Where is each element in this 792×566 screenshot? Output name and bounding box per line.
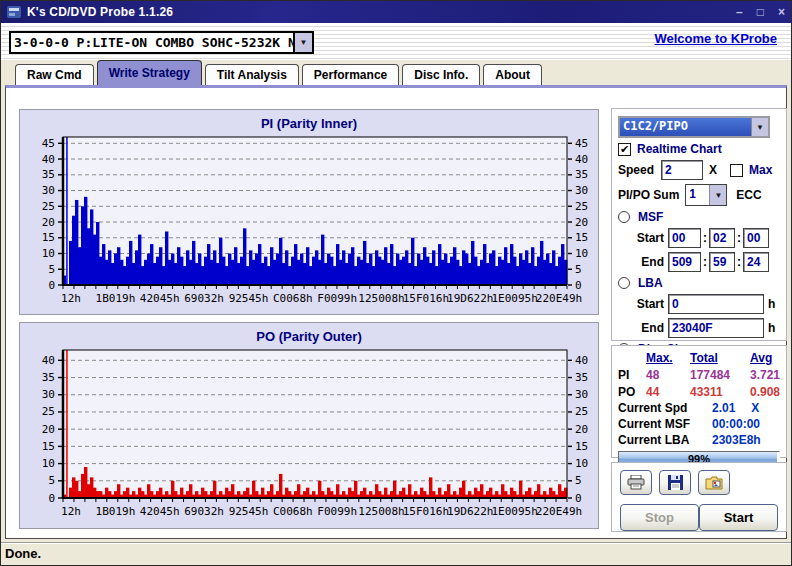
svg-text:0: 0 bbox=[575, 492, 582, 505]
svg-text:30: 30 bbox=[42, 388, 55, 401]
svg-text:30: 30 bbox=[575, 388, 588, 401]
msf-start-label: Start bbox=[632, 231, 664, 245]
pi-avg-value: 3.721 bbox=[750, 368, 780, 382]
speed-input[interactable] bbox=[661, 160, 703, 180]
svg-text:20: 20 bbox=[42, 423, 55, 436]
chevron-down-icon[interactable]: ▼ bbox=[751, 118, 768, 136]
lba-label: LBA bbox=[638, 276, 663, 290]
pi-total-value: 177484 bbox=[690, 368, 750, 382]
app-icon bbox=[7, 5, 21, 19]
svg-text:20: 20 bbox=[575, 216, 588, 229]
chevron-down-icon[interactable]: ▼ bbox=[293, 33, 312, 52]
svg-text:1E0095h: 1E0095h bbox=[491, 292, 537, 305]
lba-end-label: End bbox=[632, 321, 664, 335]
lba-radio[interactable] bbox=[618, 277, 630, 289]
pi-chart-title: PI (Parity Inner) bbox=[20, 110, 598, 134]
stop-button[interactable]: Stop bbox=[620, 504, 699, 531]
svg-text:35: 35 bbox=[42, 168, 55, 181]
colon-separator: : bbox=[703, 255, 707, 269]
maximize-button[interactable]: □ bbox=[757, 6, 764, 18]
svg-text:30: 30 bbox=[42, 184, 55, 197]
po-max-value: 44 bbox=[646, 385, 690, 399]
svg-text:15: 15 bbox=[575, 231, 588, 244]
svg-text:92545h: 92545h bbox=[229, 292, 269, 305]
svg-text:69032h: 69032h bbox=[184, 505, 224, 518]
po-chart-plot: 0055101015152020252530303535404012h1B019… bbox=[21, 347, 597, 523]
close-button[interactable]: × bbox=[778, 6, 785, 18]
mode-combobox[interactable]: C1C2/PIPO ▼ bbox=[618, 116, 770, 138]
svg-text:0: 0 bbox=[48, 279, 55, 292]
tab-performance[interactable]: Performance bbox=[302, 64, 399, 85]
pi-max-value: 48 bbox=[646, 368, 690, 382]
actions-groupbox: Stop Start bbox=[611, 462, 787, 532]
svg-text:125008h: 125008h bbox=[358, 505, 404, 518]
svg-text:5: 5 bbox=[48, 263, 55, 276]
svg-text:5: 5 bbox=[575, 263, 582, 276]
svg-text:25: 25 bbox=[575, 405, 588, 418]
msf-end-min-input[interactable] bbox=[668, 252, 701, 272]
svg-text:F0099h: F0099h bbox=[317, 292, 357, 305]
svg-text:42045h: 42045h bbox=[140, 505, 180, 518]
ecc-label: ECC bbox=[736, 188, 761, 202]
tab-tilt-analysis[interactable]: Tilt Analysis bbox=[205, 64, 299, 85]
chevron-down-icon[interactable]: ▼ bbox=[709, 185, 726, 205]
svg-text:40: 40 bbox=[42, 354, 55, 367]
controls-groupbox: C1C2/PIPO ▼ ✔ Realtime Chart Speed X ✔ M… bbox=[611, 108, 787, 341]
msf-end-frame-input[interactable] bbox=[743, 252, 769, 272]
stats-header-max: Max. bbox=[646, 351, 690, 365]
tab-disc-info[interactable]: Disc Info. bbox=[402, 64, 480, 85]
msf-radio[interactable] bbox=[618, 211, 630, 223]
realtime-chart-checkbox[interactable]: ✔ bbox=[618, 143, 631, 156]
svg-text:25: 25 bbox=[575, 200, 588, 213]
svg-text:25: 25 bbox=[42, 200, 55, 213]
svg-text:10: 10 bbox=[575, 247, 588, 260]
svg-text:10: 10 bbox=[42, 457, 55, 470]
msf-label: MSF bbox=[638, 210, 663, 224]
pipo-sum-value: 1 bbox=[686, 185, 709, 205]
max-speed-checkbox[interactable]: ✔ bbox=[730, 164, 743, 177]
pi-chart-panel: PI (Parity Inner) 0055101015152020252530… bbox=[19, 109, 599, 315]
svg-text:12h: 12h bbox=[61, 505, 81, 518]
drive-combobox[interactable]: 3-0-0-0 P:LITE-ON COMBO SOHC-5232K NK07 … bbox=[9, 31, 314, 54]
po-avg-value: 0.908 bbox=[750, 385, 780, 399]
lba-start-unit: h bbox=[768, 297, 775, 311]
print-button[interactable] bbox=[620, 470, 652, 495]
svg-text:40: 40 bbox=[42, 153, 55, 166]
svg-text:15F016h: 15F016h bbox=[403, 505, 449, 518]
svg-text:15: 15 bbox=[42, 440, 55, 453]
svg-text:40: 40 bbox=[575, 153, 588, 166]
start-button[interactable]: Start bbox=[699, 504, 778, 531]
svg-text:45: 45 bbox=[575, 137, 588, 150]
svg-text:0: 0 bbox=[48, 492, 55, 505]
lba-end-input[interactable] bbox=[668, 318, 764, 338]
check-icon: ✔ bbox=[620, 144, 629, 155]
image-folder-icon bbox=[705, 476, 723, 490]
tab-write-strategy[interactable]: Write Strategy bbox=[97, 60, 202, 85]
tab-raw-cmd[interactable]: Raw Cmd bbox=[15, 64, 94, 85]
welcome-link[interactable]: Welcome to KProbe bbox=[654, 31, 777, 46]
tab-about[interactable]: About bbox=[483, 64, 542, 85]
minimize-button[interactable]: – bbox=[736, 6, 743, 18]
msf-end-label: End bbox=[632, 255, 664, 269]
msf-end-sec-input[interactable] bbox=[709, 252, 735, 272]
svg-text:F0099h: F0099h bbox=[317, 505, 357, 518]
msf-start-min-input[interactable] bbox=[668, 228, 701, 248]
pipo-sum-select[interactable]: 1 ▼ bbox=[685, 184, 727, 206]
msf-start-sec-input[interactable] bbox=[709, 228, 735, 248]
drive-combobox-value: 3-0-0-0 P:LITE-ON COMBO SOHC-5232K NK07 bbox=[11, 33, 293, 52]
status-text: Done. bbox=[5, 546, 41, 561]
current-lba-value: 2303E8h bbox=[712, 433, 761, 447]
svg-text:35: 35 bbox=[575, 168, 588, 181]
save-button[interactable] bbox=[659, 470, 691, 495]
msf-start-frame-input[interactable] bbox=[743, 228, 769, 248]
svg-text:C0068h: C0068h bbox=[273, 292, 313, 305]
colon-separator: : bbox=[737, 231, 741, 245]
svg-text:5: 5 bbox=[575, 474, 582, 487]
svg-text:5: 5 bbox=[48, 474, 55, 487]
save-image-button[interactable] bbox=[698, 470, 730, 495]
po-row-label: PO bbox=[618, 385, 646, 399]
svg-text:25: 25 bbox=[42, 405, 55, 418]
svg-text:45: 45 bbox=[42, 137, 55, 150]
svg-text:92545h: 92545h bbox=[229, 505, 269, 518]
lba-start-input[interactable] bbox=[668, 294, 764, 314]
